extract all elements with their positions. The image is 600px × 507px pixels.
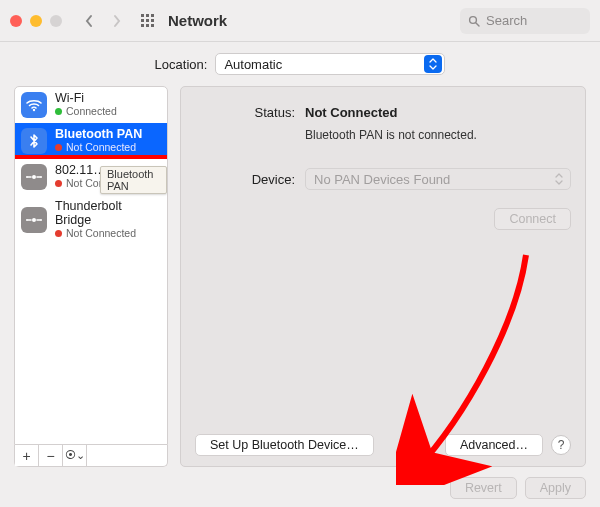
device-value: No PAN Devices Found — [314, 172, 450, 187]
svg-rect-2 — [151, 14, 154, 17]
zoom-window-button[interactable] — [50, 15, 62, 27]
services-sidebar: Wi-Fi Connected Bluetooth PAN Not Connec… — [14, 86, 168, 467]
status-dot-icon — [55, 180, 62, 187]
svg-rect-5 — [151, 19, 154, 22]
status-label: Status: — [195, 105, 295, 120]
svg-point-14 — [40, 176, 42, 178]
apply-button[interactable]: Apply — [525, 477, 586, 499]
back-button[interactable] — [78, 10, 100, 32]
window-footer: Revert Apply — [0, 467, 600, 499]
setup-bluetooth-button[interactable]: Set Up Bluetooth Device… — [195, 434, 374, 456]
service-thunderbolt-bridge[interactable]: Thunderbolt Bridge Not Connected — [15, 195, 167, 244]
device-label: Device: — [195, 172, 295, 187]
minimize-window-button[interactable] — [30, 15, 42, 27]
svg-point-12 — [32, 175, 36, 179]
svg-point-15 — [32, 218, 36, 222]
svg-point-11 — [33, 109, 35, 111]
status-value: Not Connected — [305, 105, 397, 120]
show-all-prefs-button[interactable] — [138, 11, 158, 31]
service-name: Bluetooth PAN — [55, 128, 142, 142]
svg-rect-7 — [146, 24, 149, 27]
svg-point-9 — [470, 16, 477, 23]
svg-rect-8 — [151, 24, 154, 27]
location-row: Location: Automatic — [0, 42, 600, 86]
svg-point-13 — [26, 176, 28, 178]
help-button[interactable]: ? — [551, 435, 571, 455]
services-list-toolbar: + − ⦿⌄ — [14, 445, 168, 467]
dropdown-stepper-icon — [552, 169, 566, 189]
status-dot-icon — [55, 108, 62, 115]
search-icon — [468, 15, 480, 27]
svg-rect-1 — [146, 14, 149, 17]
svg-point-17 — [40, 219, 42, 221]
svg-rect-3 — [141, 19, 144, 22]
nav-buttons — [78, 10, 128, 32]
location-dropdown[interactable]: Automatic — [215, 53, 445, 75]
service-name: Wi-Fi — [55, 92, 117, 106]
status-subtext: Bluetooth PAN is not connected. — [305, 128, 571, 142]
wifi-icon — [21, 92, 47, 118]
search-placeholder: Search — [486, 13, 527, 28]
remove-service-button[interactable]: − — [39, 445, 63, 466]
location-value: Automatic — [224, 57, 282, 72]
close-window-button[interactable] — [10, 15, 22, 27]
search-input[interactable]: Search — [460, 8, 590, 34]
location-label: Location: — [155, 57, 208, 72]
service-bluetooth-pan[interactable]: Bluetooth PAN Not Connected — [15, 123, 167, 159]
service-status: Connected — [55, 106, 117, 118]
dropdown-stepper-icon — [424, 55, 442, 73]
window-title: Network — [168, 12, 460, 29]
thunderbolt-icon — [21, 207, 47, 233]
forward-button[interactable] — [106, 10, 128, 32]
service-status: Not Connected — [55, 228, 161, 240]
add-service-button[interactable]: + — [15, 445, 39, 466]
service-status: Not Connected — [55, 142, 142, 154]
service-name: Thunderbolt Bridge — [55, 200, 161, 228]
service-actions-button[interactable]: ⦿⌄ — [63, 445, 87, 466]
svg-line-10 — [476, 23, 479, 26]
status-dot-icon — [55, 144, 62, 151]
generic-network-icon — [21, 164, 47, 190]
revert-button[interactable]: Revert — [450, 477, 517, 499]
service-wifi[interactable]: Wi-Fi Connected — [15, 87, 167, 123]
detail-panel: Status: Not Connected Bluetooth PAN is n… — [180, 86, 586, 467]
device-dropdown[interactable]: No PAN Devices Found — [305, 168, 571, 190]
svg-point-16 — [26, 219, 28, 221]
service-tooltip: Bluetooth PAN — [100, 166, 167, 194]
bluetooth-icon — [21, 128, 47, 154]
svg-rect-6 — [141, 24, 144, 27]
advanced-button[interactable]: Advanced… — [445, 434, 543, 456]
svg-rect-4 — [146, 19, 149, 22]
connect-button[interactable]: Connect — [494, 208, 571, 230]
window-controls — [10, 15, 62, 27]
services-list[interactable]: Wi-Fi Connected Bluetooth PAN Not Connec… — [14, 86, 168, 445]
svg-rect-0 — [141, 14, 144, 17]
titlebar: Network Search — [0, 0, 600, 42]
status-dot-icon — [55, 230, 62, 237]
